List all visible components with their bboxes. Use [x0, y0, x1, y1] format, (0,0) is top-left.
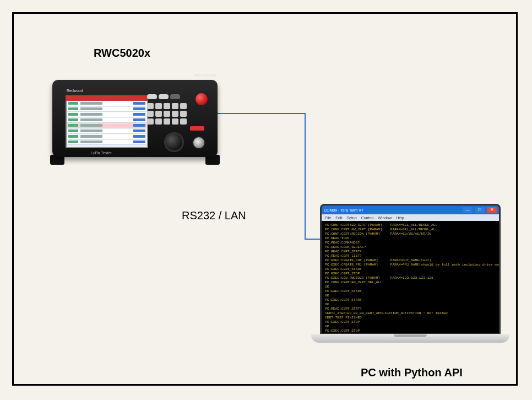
terminal-output: PC:CONF:CERT:ED_CERT [PARAM] PARAM=SEL_A…: [322, 221, 499, 333]
device-model: RWC5020A: [194, 73, 216, 77]
diagram-frame: RWC5020x RS232 / LAN PC with Python API …: [12, 12, 518, 386]
connection-label: RS232 / LAN: [182, 209, 246, 222]
window-titlebar: COM09 - Tera Term VT — □ ✕: [322, 206, 499, 214]
status-badge-icon: [190, 126, 204, 131]
device-label: RWC5020x: [94, 47, 150, 60]
laptop: COM09 - Tera Term VT — □ ✕ File Edit Set…: [311, 204, 509, 358]
connection-line: [305, 113, 306, 240]
minimize-icon: —: [463, 207, 473, 213]
menu-control: Control: [361, 216, 374, 220]
rotary-knob-icon: [166, 134, 182, 150]
close-icon: ✕: [487, 207, 497, 213]
device-controls: [147, 94, 208, 149]
laptop-screen: COM09 - Tera Term VT — □ ✕ File Edit Set…: [320, 204, 501, 335]
rf-port-icon: [193, 137, 204, 148]
connection-line: [218, 113, 306, 114]
test-instrument: Redwood RWC5020A: [47, 74, 223, 168]
device-body: Redwood RWC5020A: [52, 80, 218, 157]
device-screen: [66, 95, 148, 148]
window-menubar: File Edit Setup Control Window Help: [322, 214, 499, 221]
window-title: COM09 - Tera Term VT: [324, 208, 460, 212]
menu-help: Help: [396, 216, 404, 220]
device-brand: Redwood: [67, 89, 83, 93]
device-footer-label: LoRa Tester: [91, 151, 112, 155]
maximize-icon: □: [475, 207, 485, 213]
laptop-notch: [394, 334, 427, 337]
menu-file: File: [325, 216, 331, 220]
menu-edit: Edit: [335, 216, 342, 220]
menu-setup: Setup: [346, 216, 356, 220]
menu-window: Window: [378, 216, 392, 220]
pc-label: PC with Python API: [361, 366, 463, 379]
